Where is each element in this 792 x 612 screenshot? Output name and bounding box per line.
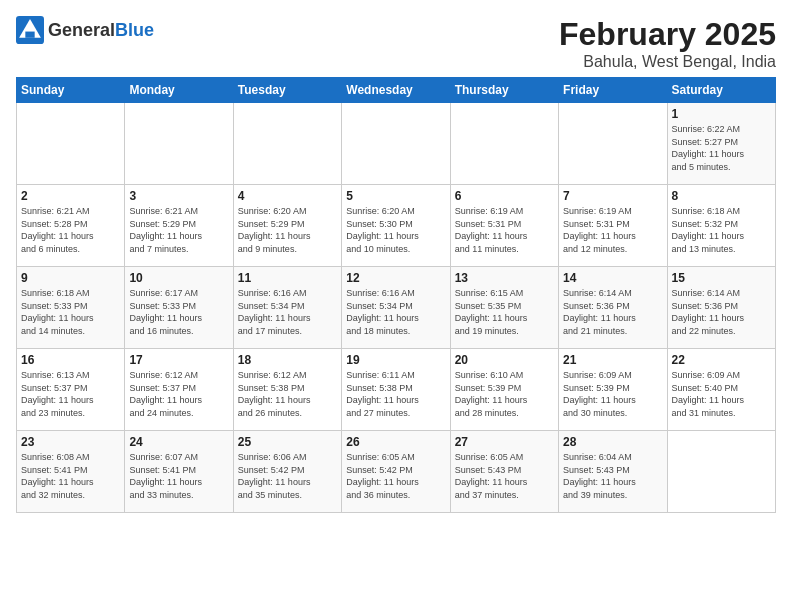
day-number: 9 [21, 271, 120, 285]
table-row: 27Sunrise: 6:05 AM Sunset: 5:43 PM Dayli… [450, 431, 558, 513]
table-row: 4Sunrise: 6:20 AM Sunset: 5:29 PM Daylig… [233, 185, 341, 267]
calendar-week-row: 23Sunrise: 6:08 AM Sunset: 5:41 PM Dayli… [17, 431, 776, 513]
table-row: 7Sunrise: 6:19 AM Sunset: 5:31 PM Daylig… [559, 185, 667, 267]
table-row: 18Sunrise: 6:12 AM Sunset: 5:38 PM Dayli… [233, 349, 341, 431]
day-info: Sunrise: 6:17 AM Sunset: 5:33 PM Dayligh… [129, 287, 228, 337]
header-saturday: Saturday [667, 78, 775, 103]
day-info: Sunrise: 6:13 AM Sunset: 5:37 PM Dayligh… [21, 369, 120, 419]
day-info: Sunrise: 6:16 AM Sunset: 5:34 PM Dayligh… [238, 287, 337, 337]
day-number: 28 [563, 435, 662, 449]
day-info: Sunrise: 6:08 AM Sunset: 5:41 PM Dayligh… [21, 451, 120, 501]
day-number: 18 [238, 353, 337, 367]
table-row: 1Sunrise: 6:22 AM Sunset: 5:27 PM Daylig… [667, 103, 775, 185]
day-info: Sunrise: 6:22 AM Sunset: 5:27 PM Dayligh… [672, 123, 771, 173]
day-info: Sunrise: 6:06 AM Sunset: 5:42 PM Dayligh… [238, 451, 337, 501]
calendar-week-row: 9Sunrise: 6:18 AM Sunset: 5:33 PM Daylig… [17, 267, 776, 349]
day-info: Sunrise: 6:20 AM Sunset: 5:29 PM Dayligh… [238, 205, 337, 255]
day-number: 24 [129, 435, 228, 449]
calendar-title: February 2025 [559, 16, 776, 53]
day-info: Sunrise: 6:05 AM Sunset: 5:42 PM Dayligh… [346, 451, 445, 501]
day-number: 10 [129, 271, 228, 285]
day-info: Sunrise: 6:04 AM Sunset: 5:43 PM Dayligh… [563, 451, 662, 501]
table-row: 5Sunrise: 6:20 AM Sunset: 5:30 PM Daylig… [342, 185, 450, 267]
day-info: Sunrise: 6:19 AM Sunset: 5:31 PM Dayligh… [455, 205, 554, 255]
day-number: 11 [238, 271, 337, 285]
table-row: 26Sunrise: 6:05 AM Sunset: 5:42 PM Dayli… [342, 431, 450, 513]
table-row: 2Sunrise: 6:21 AM Sunset: 5:28 PM Daylig… [17, 185, 125, 267]
day-info: Sunrise: 6:07 AM Sunset: 5:41 PM Dayligh… [129, 451, 228, 501]
day-number: 7 [563, 189, 662, 203]
day-number: 5 [346, 189, 445, 203]
day-info: Sunrise: 6:11 AM Sunset: 5:38 PM Dayligh… [346, 369, 445, 419]
day-info: Sunrise: 6:10 AM Sunset: 5:39 PM Dayligh… [455, 369, 554, 419]
day-info: Sunrise: 6:19 AM Sunset: 5:31 PM Dayligh… [563, 205, 662, 255]
day-info: Sunrise: 6:14 AM Sunset: 5:36 PM Dayligh… [563, 287, 662, 337]
header-friday: Friday [559, 78, 667, 103]
day-info: Sunrise: 6:09 AM Sunset: 5:40 PM Dayligh… [672, 369, 771, 419]
table-row: 16Sunrise: 6:13 AM Sunset: 5:37 PM Dayli… [17, 349, 125, 431]
header-sunday: Sunday [17, 78, 125, 103]
day-number: 17 [129, 353, 228, 367]
table-row [559, 103, 667, 185]
day-number: 1 [672, 107, 771, 121]
table-row: 23Sunrise: 6:08 AM Sunset: 5:41 PM Dayli… [17, 431, 125, 513]
table-row: 25Sunrise: 6:06 AM Sunset: 5:42 PM Dayli… [233, 431, 341, 513]
logo-general: GeneralBlue [48, 20, 154, 41]
table-row: 15Sunrise: 6:14 AM Sunset: 5:36 PM Dayli… [667, 267, 775, 349]
table-row: 11Sunrise: 6:16 AM Sunset: 5:34 PM Dayli… [233, 267, 341, 349]
day-info: Sunrise: 6:21 AM Sunset: 5:28 PM Dayligh… [21, 205, 120, 255]
table-row: 28Sunrise: 6:04 AM Sunset: 5:43 PM Dayli… [559, 431, 667, 513]
day-number: 2 [21, 189, 120, 203]
day-number: 26 [346, 435, 445, 449]
header-wednesday: Wednesday [342, 78, 450, 103]
table-row: 21Sunrise: 6:09 AM Sunset: 5:39 PM Dayli… [559, 349, 667, 431]
logo: GeneralBlue [16, 16, 154, 44]
table-row [17, 103, 125, 185]
table-row: 19Sunrise: 6:11 AM Sunset: 5:38 PM Dayli… [342, 349, 450, 431]
day-info: Sunrise: 6:14 AM Sunset: 5:36 PM Dayligh… [672, 287, 771, 337]
page-container: GeneralBlue February 2025 Bahula, West B… [0, 0, 792, 521]
svg-rect-2 [25, 32, 34, 38]
day-number: 21 [563, 353, 662, 367]
header-thursday: Thursday [450, 78, 558, 103]
table-row: 8Sunrise: 6:18 AM Sunset: 5:32 PM Daylig… [667, 185, 775, 267]
table-row: 24Sunrise: 6:07 AM Sunset: 5:41 PM Dayli… [125, 431, 233, 513]
title-block: February 2025 Bahula, West Bengal, India [559, 16, 776, 71]
table-row: 22Sunrise: 6:09 AM Sunset: 5:40 PM Dayli… [667, 349, 775, 431]
day-number: 4 [238, 189, 337, 203]
day-number: 22 [672, 353, 771, 367]
day-number: 20 [455, 353, 554, 367]
table-row: 20Sunrise: 6:10 AM Sunset: 5:39 PM Dayli… [450, 349, 558, 431]
table-row: 6Sunrise: 6:19 AM Sunset: 5:31 PM Daylig… [450, 185, 558, 267]
weekday-header-row: Sunday Monday Tuesday Wednesday Thursday… [17, 78, 776, 103]
header-monday: Monday [125, 78, 233, 103]
header-tuesday: Tuesday [233, 78, 341, 103]
day-number: 14 [563, 271, 662, 285]
day-info: Sunrise: 6:18 AM Sunset: 5:33 PM Dayligh… [21, 287, 120, 337]
table-row: 14Sunrise: 6:14 AM Sunset: 5:36 PM Dayli… [559, 267, 667, 349]
calendar-table: Sunday Monday Tuesday Wednesday Thursday… [16, 77, 776, 513]
logo-icon [16, 16, 44, 44]
table-row [233, 103, 341, 185]
table-row: 12Sunrise: 6:16 AM Sunset: 5:34 PM Dayli… [342, 267, 450, 349]
day-number: 19 [346, 353, 445, 367]
day-number: 15 [672, 271, 771, 285]
day-number: 8 [672, 189, 771, 203]
day-number: 25 [238, 435, 337, 449]
day-info: Sunrise: 6:12 AM Sunset: 5:37 PM Dayligh… [129, 369, 228, 419]
table-row: 13Sunrise: 6:15 AM Sunset: 5:35 PM Dayli… [450, 267, 558, 349]
day-info: Sunrise: 6:15 AM Sunset: 5:35 PM Dayligh… [455, 287, 554, 337]
day-number: 3 [129, 189, 228, 203]
day-info: Sunrise: 6:05 AM Sunset: 5:43 PM Dayligh… [455, 451, 554, 501]
day-info: Sunrise: 6:18 AM Sunset: 5:32 PM Dayligh… [672, 205, 771, 255]
table-row [667, 431, 775, 513]
calendar-week-row: 2Sunrise: 6:21 AM Sunset: 5:28 PM Daylig… [17, 185, 776, 267]
table-row: 10Sunrise: 6:17 AM Sunset: 5:33 PM Dayli… [125, 267, 233, 349]
day-number: 13 [455, 271, 554, 285]
table-row: 3Sunrise: 6:21 AM Sunset: 5:29 PM Daylig… [125, 185, 233, 267]
day-info: Sunrise: 6:09 AM Sunset: 5:39 PM Dayligh… [563, 369, 662, 419]
calendar-week-row: 1Sunrise: 6:22 AM Sunset: 5:27 PM Daylig… [17, 103, 776, 185]
calendar-week-row: 16Sunrise: 6:13 AM Sunset: 5:37 PM Dayli… [17, 349, 776, 431]
day-number: 23 [21, 435, 120, 449]
day-number: 16 [21, 353, 120, 367]
